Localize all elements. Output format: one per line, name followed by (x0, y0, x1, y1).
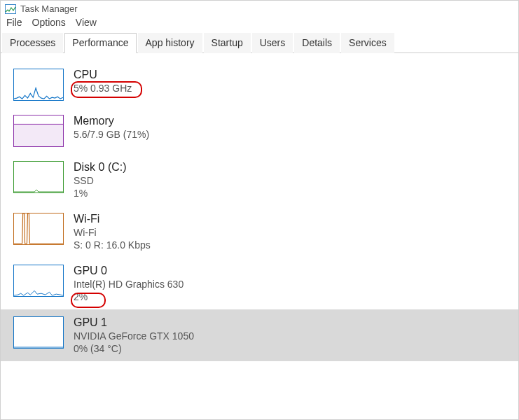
tab-details[interactable]: Details (294, 33, 340, 53)
gpu0-info: GPU 0 Intel(R) HD Graphics 630 2% (74, 265, 184, 302)
title-bar: Task Manager (1, 1, 518, 15)
tab-services[interactable]: Services (341, 33, 394, 53)
wifi-info: Wi-Fi Wi-Fi S: 0 R: 16.0 Kbps (74, 213, 151, 251)
disk0-thumb (13, 161, 64, 193)
gpu0-thumb (13, 265, 64, 297)
disk0-title: Disk 0 (C:) (74, 161, 127, 174)
tab-users[interactable]: Users (252, 33, 293, 53)
disk0-info: Disk 0 (C:) SSD 1% (74, 161, 127, 199)
tab-app-history[interactable]: App history (138, 33, 202, 53)
disk0-type: SSD (74, 175, 127, 186)
menu-bar: File Options View (1, 15, 518, 32)
gpu0-name: Intel(R) HD Graphics 630 (74, 279, 184, 290)
memory-info: Memory 5.6/7.9 GB (71%) (74, 115, 149, 140)
gpu0-title: GPU 0 (74, 265, 184, 277)
cpu-title: CPU (74, 69, 132, 81)
wifi-title: Wi-Fi (74, 213, 151, 225)
perf-row-gpu1[interactable]: GPU 1 NVIDIA GeForce GTX 1050 0% (34 °C) (1, 309, 518, 361)
gpu0-pct: 2% (74, 291, 184, 302)
memory-thumb (13, 115, 64, 147)
tab-startup[interactable]: Startup (204, 33, 251, 53)
performance-list: CPU 5% 0.93 GHz Memory 5.6/7.9 GB (71%) (1, 53, 518, 410)
menu-file[interactable]: File (6, 17, 22, 28)
perf-row-wifi[interactable]: Wi-Fi Wi-Fi S: 0 R: 16.0 Kbps (1, 206, 518, 258)
gpu1-name: NVIDIA GeForce GTX 1050 (74, 330, 194, 342)
performance-panel: CPU 5% 0.93 GHz Memory 5.6/7.9 GB (71%) (1, 53, 518, 410)
perf-row-cpu[interactable]: CPU 5% 0.93 GHz (1, 53, 518, 108)
menu-view[interactable]: View (76, 17, 97, 28)
gpu1-title: GPU 1 (74, 316, 194, 329)
perf-row-memory[interactable]: Memory 5.6/7.9 GB (71%) (1, 108, 518, 154)
window-title: Task Manager (20, 4, 78, 14)
cpu-info: CPU 5% 0.93 GHz (74, 69, 132, 94)
menu-options[interactable]: Options (32, 17, 66, 28)
wifi-adapter: Wi-Fi (74, 227, 151, 238)
app-icon (5, 4, 16, 14)
disk0-pct: 1% (74, 188, 127, 199)
gpu1-info: GPU 1 NVIDIA GeForce GTX 1050 0% (34 °C) (74, 316, 194, 354)
cpu-thumb (13, 69, 64, 101)
wifi-thumb (13, 213, 64, 245)
memory-stats: 5.6/7.9 GB (71%) (74, 129, 149, 140)
gpu1-pct: 0% (34 °C) (74, 343, 194, 354)
svg-rect-1 (14, 124, 63, 146)
cpu-stats: 5% 0.93 GHz (74, 83, 132, 94)
wifi-rate: S: 0 R: 16.0 Kbps (74, 239, 151, 251)
perf-row-gpu0[interactable]: GPU 0 Intel(R) HD Graphics 630 2% (1, 258, 518, 309)
tab-strip: Processes Performance App history Startu… (1, 32, 518, 53)
memory-title: Memory (74, 115, 149, 127)
tab-processes[interactable]: Processes (2, 33, 63, 53)
gpu1-thumb (13, 316, 64, 349)
tab-performance[interactable]: Performance (64, 33, 136, 53)
perf-row-disk0[interactable]: Disk 0 (C:) SSD 1% (1, 154, 518, 206)
